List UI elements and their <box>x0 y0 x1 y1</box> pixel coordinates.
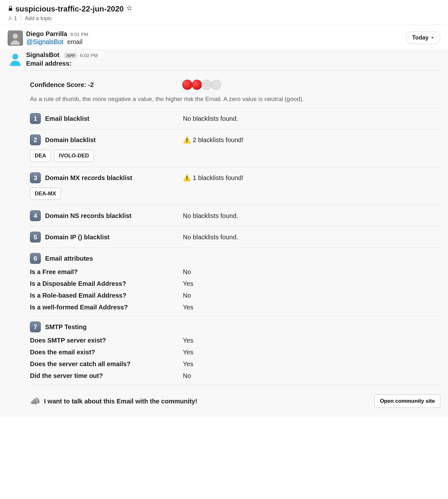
svg-point-2 <box>13 33 18 39</box>
attr-key: Is a well-formed Email Address? <box>30 304 183 311</box>
svg-point-3 <box>12 54 18 60</box>
smtp-key: Does SMTP server exist? <box>30 337 183 344</box>
score-dots <box>183 80 221 90</box>
section-2-value: 2 blacklists found! <box>193 136 243 144</box>
section-3-value: 1 blacklists found! <box>193 174 243 182</box>
svg-point-0 <box>9 17 11 18</box>
score-dot-empty <box>201 80 212 90</box>
section-5-title: Domain IP () blacklist <box>45 234 110 241</box>
attr-key: Is a Disposable Email Address? <box>30 280 183 287</box>
smtp-key: Does the email exist? <box>30 349 183 356</box>
today-label: Today <box>412 34 429 41</box>
score-dot-red <box>192 80 202 90</box>
bot-content: Confidence Score: -2 As a rule of thumb,… <box>0 70 448 417</box>
message-bot: SignalsBot APP 6:02 PM Email address: <box>0 49 448 70</box>
message-time: 6:01 PM <box>70 32 88 37</box>
message-text: @SignalsBot email <box>26 38 440 46</box>
channel-title[interactable]: suspicious-traffic-22-jun-2020 <box>8 4 124 13</box>
smtp-val: Yes <box>183 337 440 344</box>
channel-header: suspicious-traffic-22-jun-2020 1 | Add a… <box>0 0 448 25</box>
blacklist-chip[interactable]: IVOLO-DED <box>54 150 94 162</box>
message-user: Diego Parrilla 6:01 PM @SignalsBot email… <box>0 28 448 49</box>
keycap-5-icon: 5 <box>30 232 41 242</box>
attr-key: Is a Free email? <box>30 268 183 276</box>
attr-val: Yes <box>183 280 440 287</box>
divider <box>30 70 440 71</box>
keycap-6-icon: 6 <box>30 253 41 264</box>
section-5-value: No blacklists found. <box>183 234 238 241</box>
score-dot-empty <box>211 80 221 90</box>
bot-name[interactable]: SignalsBot <box>26 51 59 59</box>
star-icon[interactable] <box>126 5 133 13</box>
community-text: I want to talk about this Email with the… <box>44 398 197 405</box>
section-2-title: Domain blacklist <box>45 136 96 143</box>
divider <box>30 167 440 167</box>
today-button[interactable]: Today <box>406 32 440 44</box>
keycap-7-icon: 7 <box>30 322 41 332</box>
keycap-1-icon: 1 <box>30 113 41 124</box>
divider <box>30 129 440 129</box>
divider <box>30 226 440 227</box>
section-6-title: Email attributes <box>45 255 93 262</box>
megaphone-icon: 📣 <box>30 396 40 406</box>
warning-icon: ⚠️ <box>183 136 191 144</box>
section-1-value: No blacklists found. <box>183 115 238 122</box>
attr-val: Yes <box>183 304 440 311</box>
keycap-3-icon: 3 <box>30 172 41 183</box>
section-7-title: SMTP Testing <box>45 323 87 330</box>
confidence-label: Confidence Score: -2 <box>30 81 94 89</box>
lock-icon <box>8 4 13 13</box>
section-1-title: Email blacklist <box>45 115 90 122</box>
smtp-key: Did the server time out? <box>30 372 183 380</box>
channel-name-text: suspicious-traffic-22-jun-2020 <box>15 4 124 13</box>
separator: | <box>20 15 21 22</box>
blacklist-chip[interactable]: DEA-MX <box>30 188 61 200</box>
score-dot-red <box>182 80 192 90</box>
sender-name[interactable]: Diego Parrilla <box>26 30 67 38</box>
open-community-button[interactable]: Open community site <box>374 394 440 408</box>
member-count[interactable]: 1 <box>8 15 17 22</box>
member-count-value: 1 <box>14 15 17 22</box>
keycap-4-icon: 4 <box>30 210 41 221</box>
confidence-hint: As a rule of thumb, the more negative a … <box>30 96 440 103</box>
smtp-key: Does the server catch all emails? <box>30 360 183 368</box>
blacklist-chip[interactable]: DEA <box>30 150 51 162</box>
app-badge: APP <box>64 53 77 58</box>
attr-val: No <box>183 268 440 276</box>
divider <box>30 316 440 316</box>
email-address-title: Email address: <box>26 60 440 67</box>
divider <box>30 248 440 248</box>
avatar[interactable] <box>8 30 23 46</box>
mention[interactable]: @SignalsBot <box>26 38 64 45</box>
bot-avatar[interactable] <box>8 51 23 67</box>
divider <box>30 385 440 385</box>
chevron-down-icon <box>430 36 434 40</box>
smtp-val: No <box>183 372 440 380</box>
smtp-val: Yes <box>183 360 440 368</box>
attr-val: No <box>183 292 440 299</box>
smtp-val: Yes <box>183 349 440 356</box>
attr-key: Is a Role-based Email Address? <box>30 292 183 299</box>
section-4-value: No blacklists found. <box>183 212 238 220</box>
warning-icon: ⚠️ <box>183 174 191 182</box>
divider <box>30 108 440 108</box>
bot-time: 6:02 PM <box>80 53 98 58</box>
add-topic-link[interactable]: Add a topic <box>25 15 52 22</box>
keycap-2-icon: 2 <box>30 134 41 145</box>
section-4-title: Domain NS records blacklist <box>45 212 132 219</box>
message-text-after: email <box>67 38 83 45</box>
section-3-title: Domain MX records blacklist <box>45 174 132 181</box>
divider <box>30 205 440 205</box>
